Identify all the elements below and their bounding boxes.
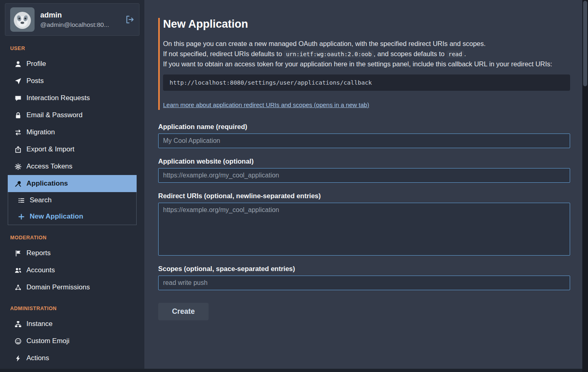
redirect-uris-label: Redirect URIs (optional, newline-separat… <box>158 192 570 200</box>
sidebar-item-label: Posts <box>26 77 44 85</box>
callback-url-codeblock: http://localhost:8080/settings/user/appl… <box>163 74 570 91</box>
sitemap-icon <box>14 321 22 328</box>
main-panel: New Application On this page you can cre… <box>144 0 582 369</box>
page-scrollbar[interactable] <box>582 0 588 372</box>
sidebar-section-moderation: MODERATION <box>10 235 134 241</box>
sidebar-item-applications[interactable]: Applications <box>8 175 137 192</box>
sidebar: admin @admin@localhost:80... USER Profil… <box>0 0 144 369</box>
application-name-field: Application name (required) <box>158 123 570 148</box>
sidebar-item-label: Interaction Requests <box>26 94 90 102</box>
sidebar-item-actions[interactable]: Actions <box>8 350 137 367</box>
export-icon <box>14 146 22 153</box>
plus-icon <box>17 213 25 220</box>
sidebar-item-label: Export & Import <box>26 145 74 153</box>
sidebar-item-custom-emoji[interactable]: Custom Emoji <box>8 333 137 350</box>
intro-line-1: On this page you can create a new manage… <box>163 39 570 49</box>
user-icon <box>14 61 22 68</box>
sidebar-item-interaction-requests[interactable]: Interaction Requests <box>8 90 137 107</box>
transfer-arrows-icon <box>14 129 22 136</box>
gear-icon <box>14 163 22 170</box>
redirect-uris-field: Redirect URIs (optional, newline-separat… <box>158 192 570 256</box>
sidebar-item-email-password[interactable]: Email & Password <box>8 107 137 124</box>
user-name: admin <box>40 11 120 20</box>
sidebar-item-label: Domain Permissions <box>26 283 90 291</box>
sidebar-item-migration[interactable]: Migration <box>8 124 137 141</box>
comment-icon <box>14 95 22 102</box>
create-button[interactable]: Create <box>158 303 209 320</box>
paper-plane-icon <box>14 78 22 85</box>
application-name-input[interactable] <box>158 133 570 148</box>
applications-submenu: Search New Application <box>8 192 137 225</box>
application-website-field: Application website (optional) <box>158 158 570 183</box>
sidebar-item-label: Reports <box>26 249 51 257</box>
sidebar-item-posts[interactable]: Posts <box>8 72 137 90</box>
avatar <box>10 7 35 32</box>
docs-link[interactable]: Learn more about application redirect UR… <box>163 101 369 108</box>
smiley-icon <box>14 338 22 345</box>
lock-icon <box>14 112 22 119</box>
sidebar-item-label: Email & Password <box>26 111 83 119</box>
default-redirect-uri-code: urn:ietf:wg:oauth:2.0:oob <box>284 50 374 58</box>
sidebar-item-label: Search <box>30 196 52 204</box>
sidebar-item-reports[interactable]: Reports <box>8 245 137 262</box>
sidebar-section-administration: ADMINISTRATION <box>10 306 134 311</box>
sidebar-item-accounts[interactable]: Accounts <box>8 262 137 279</box>
sidebar-item-label: Migration <box>26 128 55 136</box>
flag-icon <box>14 250 22 257</box>
sidebar-item-label: Profile <box>26 60 46 68</box>
scopes-field: Scopes (optional, space-separated entrie… <box>158 265 570 290</box>
sidebar-item-profile[interactable]: Profile <box>8 55 137 72</box>
circle-nodes-icon <box>14 284 22 291</box>
sidebar-item-applications-search[interactable]: Search <box>8 192 136 208</box>
logout-icon[interactable] <box>125 15 134 24</box>
redirect-uris-textarea[interactable] <box>158 203 570 256</box>
scopes-label: Scopes (optional, space-separated entrie… <box>158 265 570 273</box>
application-name-label: Application name (required) <box>158 123 570 131</box>
sidebar-item-access-tokens[interactable]: Access Tokens <box>8 158 137 175</box>
page-title: New Application <box>163 18 570 31</box>
intro-line-3: If you want to obtain an access token fo… <box>163 59 570 69</box>
sidebar-item-label: Custom Emoji <box>26 337 70 345</box>
sidebar-nav-user: Profile Posts Interaction Requests Email… <box>8 55 137 225</box>
sidebar-nav-moderation: Reports Accounts Domain Permissions <box>8 245 137 296</box>
user-meta: admin @admin@localhost:80... <box>40 11 120 28</box>
application-website-label: Application website (optional) <box>158 158 570 165</box>
sidebar-item-domain-permissions[interactable]: Domain Permissions <box>8 279 137 296</box>
users-icon <box>14 267 22 274</box>
user-card[interactable]: admin @admin@localhost:80... <box>5 3 139 36</box>
application-website-input[interactable] <box>158 168 570 183</box>
list-icon <box>17 197 25 204</box>
sidebar-item-new-application[interactable]: New Application <box>8 208 136 225</box>
sidebar-item-label: Instance <box>26 320 52 328</box>
scrollbar-thumb[interactable] <box>583 1 587 86</box>
sidebar-item-label: Access Tokens <box>26 162 72 171</box>
intro-line-2: If not specified, redirect URIs defaults… <box>163 49 570 59</box>
sidebar-section-user: USER <box>10 46 134 51</box>
sidebar-item-label: Applications <box>26 179 68 188</box>
sidebar-item-label: Actions <box>26 354 49 362</box>
bolt-icon <box>14 355 22 362</box>
settings-app: admin @admin@localhost:80... USER Profil… <box>0 0 582 369</box>
default-scope-code: read <box>446 50 464 58</box>
sidebar-item-instance[interactable]: Instance <box>8 315 137 333</box>
scopes-input[interactable] <box>158 276 570 290</box>
sidebar-nav-administration: Instance Custom Emoji Actions <box>8 315 137 367</box>
tools-icon <box>14 180 22 187</box>
sidebar-item-label: Accounts <box>26 266 55 274</box>
user-handle: @admin@localhost:80... <box>40 21 118 28</box>
sidebar-item-export-import[interactable]: Export & Import <box>8 141 137 158</box>
new-application-form: Application name (required) Application … <box>158 123 570 320</box>
sidebar-item-label: New Application <box>30 212 83 221</box>
intro-block: New Application On this page you can cre… <box>158 18 570 110</box>
